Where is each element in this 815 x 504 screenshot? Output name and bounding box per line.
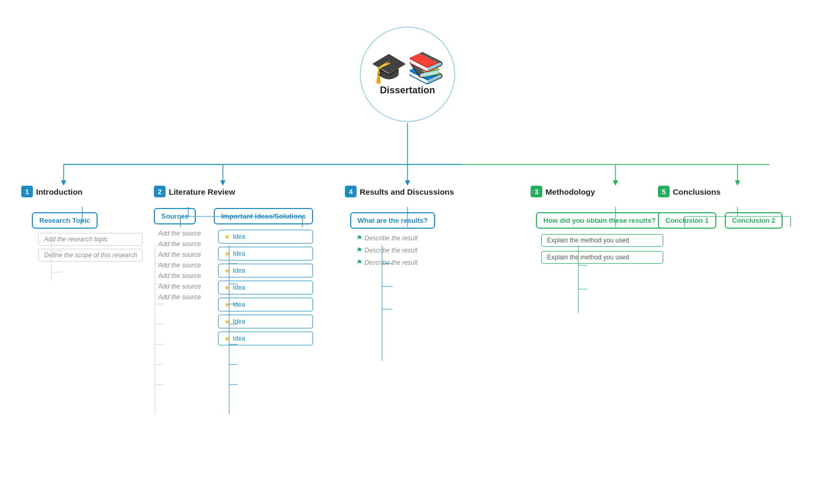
result-3: ⚑Describe the result [356,258,454,266]
results-items: ⚑Describe the result ⚑Describe the resul… [356,234,454,266]
branch-num-3: 3 [531,186,542,197]
idea-5[interactable]: ★Idea [218,298,314,311]
graduation-icon: 🎓📚 [370,53,445,83]
research-topic-items: Add the research topic Define the scope … [38,233,143,262]
method-item-1[interactable]: Explain the method you used [541,234,663,247]
methodology-items: Explain the method you used Explain the … [541,234,663,264]
research-topic-button[interactable]: Research Topic [32,212,98,229]
result-1: ⚑Describe the result [356,234,454,242]
idea-4[interactable]: ★Idea [218,281,314,294]
branch-num-5: 5 [658,186,670,197]
svg-marker-8 [405,180,410,186]
methodology-card[interactable]: How did you obtain these results? [536,212,663,229]
branch-num-1: 1 [21,186,33,197]
result-2: ⚑Describe the result [356,246,454,254]
branch-num-4: 4 [345,186,357,197]
idea-6[interactable]: ★Idea [218,315,314,328]
sources-group: Sources Add the source Add the source Ad… [154,208,201,345]
branch-methodology: 3 Methodology How did you obtain these r… [531,186,663,264]
source-item-3: Add the source [158,251,201,258]
idea-1[interactable]: ★Idea [218,230,314,244]
center-node: 🎓📚 Dissertation [360,27,455,122]
ideas-card[interactable]: Important ideas/Solutions [214,208,314,224]
sources-card[interactable]: Sources [154,208,196,224]
literature-subgroups: Sources Add the source Add the source Ad… [154,208,313,345]
source-item-2: Add the source [158,240,201,248]
ideas-group: Important ideas/Solutions ★Idea ★Idea ★I… [214,208,314,345]
branch-conclusions-title: 5 Conclusions [658,186,783,197]
branch-methodology-title: 3 Methodology [531,186,663,197]
svg-marker-10 [613,180,618,186]
source-item-5: Add the source [158,272,201,280]
source-item-4: Add the source [158,262,201,269]
branch-introduction-title: 1 Introduction [21,186,143,197]
conclusions-group: Conclusion 1 Conclusion 2 [658,212,783,229]
branch-literature-title: 2 Literature Review [154,186,313,197]
idea-2[interactable]: ★Idea [218,247,314,260]
idea-3[interactable]: ★Idea [218,264,314,277]
ideas-items: ★Idea ★Idea ★Idea ★Idea ★Idea ★Idea ★Ide… [218,230,314,345]
conclusion-2-card[interactable]: Conclusion 2 [725,212,783,229]
source-item-1: Add the source [158,230,201,237]
results-card[interactable]: What are the results? [350,212,435,229]
center-label: Dissertation [380,85,435,96]
method-item-2[interactable]: Explain the method you used [541,251,663,264]
branch-literature: 2 Literature Review Sources Add the sour… [154,186,313,345]
research-topic-item-2[interactable]: Define the scope of this research [38,249,143,262]
branch-introduction: 1 Introduction Research Topic Add the re… [21,186,143,262]
branch-num-2: 2 [154,186,166,197]
conclusion-1-card[interactable]: Conclusion 1 [658,212,716,229]
source-item-6: Add the source [158,283,201,290]
svg-marker-4 [61,180,66,186]
research-topic-item-1[interactable]: Add the research topic [38,233,143,246]
branch-results: 4 Results and Discussions What are the r… [345,186,454,266]
svg-marker-12 [735,180,740,186]
research-topic-card: Research Topic Add the research topic De… [32,212,143,262]
branch-conclusions: 5 Conclusions Conclusion 1 Conclusion 2 [658,186,783,229]
source-item-7: Add the source [158,293,201,301]
sources-items: Add the source Add the source Add the so… [158,230,201,301]
svg-marker-6 [220,180,226,186]
methodology-group: How did you obtain these results? Explai… [536,212,663,264]
branch-results-title: 4 Results and Discussions [345,186,454,197]
results-group: What are the results? ⚑Describe the resu… [350,212,454,266]
idea-7[interactable]: ★Idea [218,332,314,345]
